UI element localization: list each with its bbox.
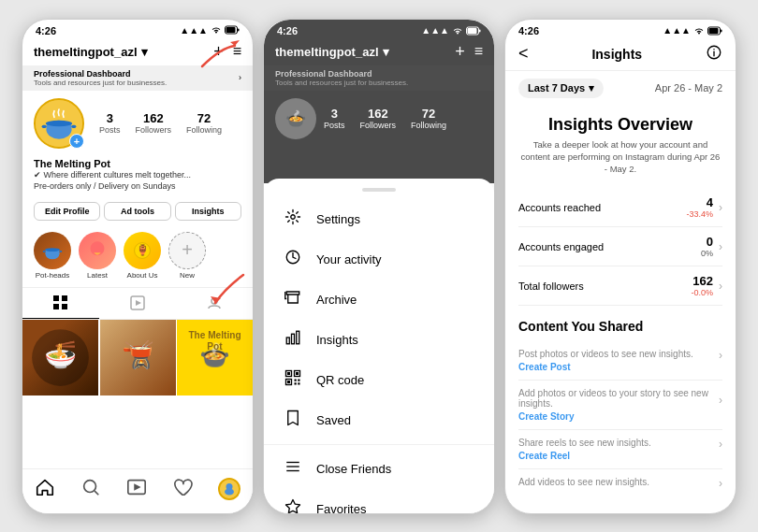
tab-grid[interactable]: [22, 288, 99, 319]
content-row-reel[interactable]: Share reels to see new insights. › Creat…: [518, 430, 722, 469]
content-chevron-story: ›: [719, 394, 722, 407]
metric-value-row: 4 -33.4% ›: [686, 195, 722, 219]
content-chevron-video: ›: [719, 477, 722, 486]
content-row-story-inner: Add photos or videos to your story to se…: [518, 388, 722, 411]
metric-value-row-2: 0 0% ›: [701, 235, 722, 258]
phone-profile: 4:26 ▲▲▲ themeltingpot_azl ▾ + ≡ Profess…: [22, 19, 254, 514]
menu-archive[interactable]: Archive: [264, 280, 494, 320]
qrcode-icon: [283, 369, 303, 391]
create-reel-link[interactable]: Create Reel: [518, 451, 722, 461]
menu-activity[interactable]: Your activity: [264, 239, 494, 280]
time-dark: 4:26: [277, 25, 298, 36]
posts-count: 3: [99, 111, 121, 125]
metric-accounts-reached[interactable]: Accounts reached 4 -33.4% ›: [518, 188, 722, 227]
metric-total-followers[interactable]: Total followers 162 -0.0% ›: [518, 266, 722, 306]
highlight-label-potheads: Pot-heads: [34, 271, 71, 280]
header-icons-dark: + ≡: [455, 42, 483, 62]
create-post-link[interactable]: Create Post: [518, 362, 722, 372]
status-bar-dark: 4:26 ▲▲▲: [264, 20, 494, 38]
content-row-story[interactable]: Add photos or videos to your story to se…: [518, 381, 722, 430]
metric-value-reached: 4: [686, 195, 713, 209]
insights-overview-title: Insights Overview: [518, 115, 722, 135]
menu-saved[interactable]: Saved: [264, 400, 494, 440]
menu-closefriends[interactable]: Close Friends: [264, 449, 494, 489]
menu-settings[interactable]: Settings: [264, 199, 494, 239]
avatar-dark: 🍲: [275, 98, 316, 139]
svg-rect-2: [226, 27, 236, 33]
svg-point-7: [56, 121, 63, 123]
highlight-potheads[interactable]: Pot-heads: [34, 232, 71, 280]
content-row-video-inner: Add videos to see new insights. ›: [518, 477, 722, 486]
nav-search[interactable]: [80, 477, 101, 502]
checkmark-icon: ✔: [34, 170, 44, 180]
menu-divider: [362, 188, 396, 192]
date-filter-button[interactable]: Last 7 Days ▾: [518, 79, 604, 98]
nav-video[interactable]: [126, 477, 147, 502]
date-range: Apr 26 - May 2: [655, 82, 722, 93]
content-row-post[interactable]: Post photos or videos to see new insight…: [518, 341, 722, 381]
photo-1[interactable]: 🍜: [22, 320, 98, 395]
menu-favorites[interactable]: Favorites: [264, 489, 494, 513]
highlight-latest[interactable]: Latest: [79, 232, 116, 280]
menu-qrcode-label: QR code: [316, 373, 364, 387]
svg-marker-62: [286, 499, 300, 512]
metric-right-followers: 162 -0.0%: [691, 274, 713, 297]
metric-accounts-engaged[interactable]: Accounts engaged 0 0% ›: [518, 227, 722, 266]
create-story-link[interactable]: Create Story: [518, 411, 722, 422]
pro-dashboard[interactable]: Professional Dashboard Tools and resourc…: [22, 65, 253, 91]
menu-icon[interactable]: ≡: [233, 43, 241, 60]
ad-tools-button[interactable]: Ad tools: [104, 202, 170, 221]
avatar-plus-button[interactable]: +: [69, 134, 84, 149]
metric-change-engaged: 0%: [701, 249, 713, 258]
back-button[interactable]: <: [518, 44, 529, 64]
pro-dashboard-chevron: ›: [239, 73, 241, 82]
archive-icon: [283, 289, 303, 310]
favorites-icon: [283, 498, 303, 513]
svg-rect-56: [298, 379, 299, 381]
svg-rect-14: [59, 251, 62, 252]
nav-heart[interactable]: [172, 477, 193, 502]
pro-dashboard-subtitle: Tools and resources just for businesses.: [34, 79, 167, 87]
bio-section: The Melting Pot ✔ Where different cultur…: [22, 156, 253, 198]
photo-grid: 🍜 🫕 🍲The MeltingPot: [22, 320, 253, 395]
grid-tabs: [22, 287, 253, 320]
edit-profile-button[interactable]: Edit Profile: [34, 202, 100, 221]
posts-label: Posts: [99, 125, 121, 135]
menu-qrcode[interactable]: QR code: [264, 360, 494, 400]
svg-rect-48: [297, 331, 299, 344]
highlight-aboutus[interactable]: 🏺 About Us: [124, 232, 161, 280]
bio-line1: ✔ Where different cultures melt together…: [34, 169, 241, 181]
stats-dark: 🍲 3Posts 162Followers 72Following: [264, 91, 494, 147]
content-row-post-inner: Post photos or videos to see new insight…: [518, 349, 722, 362]
metric-name-reached: Accounts reached: [518, 202, 601, 213]
saved-icon: [283, 410, 303, 431]
tab-tagged[interactable]: [176, 288, 253, 319]
photo-3[interactable]: 🍲The MeltingPot: [177, 320, 253, 395]
info-icon[interactable]: [706, 44, 722, 65]
photo-2[interactable]: 🫕: [100, 320, 176, 395]
svg-text:🏺: 🏺: [137, 243, 149, 255]
nav-home[interactable]: [35, 477, 55, 502]
tab-reels[interactable]: [99, 288, 176, 319]
svg-rect-1: [238, 28, 240, 31]
highlight-new[interactable]: + New: [168, 232, 206, 280]
svg-rect-43: [468, 28, 477, 34]
svg-point-38: [226, 483, 232, 490]
menu-insights[interactable]: Insights: [264, 320, 494, 360]
svg-rect-46: [286, 338, 289, 344]
username-row[interactable]: themeltingpot_azl ▾: [34, 45, 148, 59]
metric-change-followers: -0.0%: [691, 288, 713, 297]
wifi-icon: [211, 25, 222, 36]
insights-button[interactable]: Insights: [175, 202, 241, 221]
metric-right-engaged: 0 0%: [701, 235, 713, 258]
highlight-circle-aboutus: 🏺: [124, 232, 161, 269]
date-filter-row: Last 7 Days ▾ Apr 26 - May 2: [505, 71, 736, 106]
svg-text:Pot: Pot: [207, 341, 223, 352]
pro-dashboard-title: Professional Dashboard: [34, 69, 167, 79]
add-post-icon[interactable]: +: [213, 42, 224, 62]
nav-avatar[interactable]: [218, 478, 241, 500]
metric-chevron-engaged: ›: [719, 240, 722, 253]
chevron-down-icon: ▾: [589, 82, 594, 94]
content-row-video[interactable]: Add videos to see new insights. ›: [518, 469, 722, 486]
svg-rect-8: [42, 124, 47, 127]
